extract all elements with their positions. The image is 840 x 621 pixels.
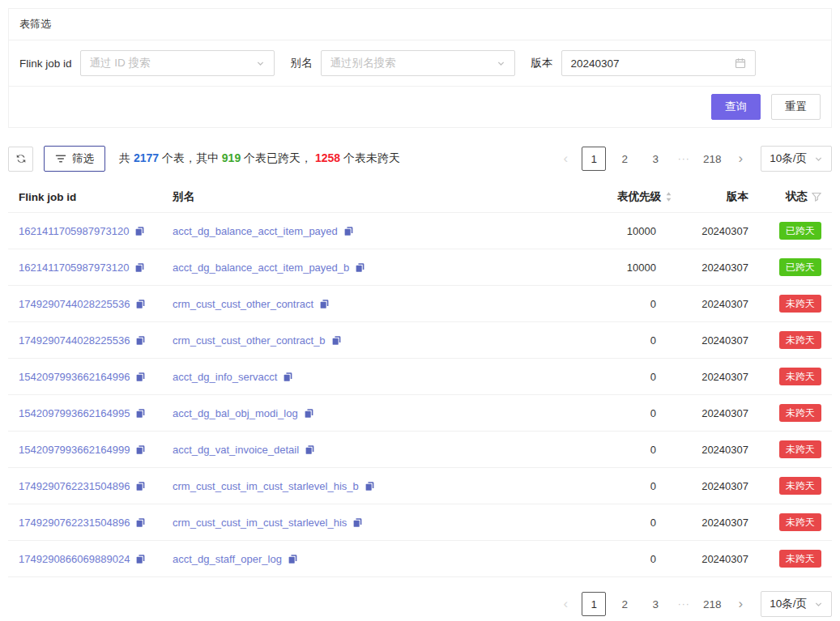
page-ellipsis[interactable]: ··· — [674, 153, 693, 164]
status-cell: 未跨天 — [755, 432, 832, 468]
copy-icon[interactable] — [135, 444, 146, 455]
alias-link[interactable]: crm_cust_cust_im_cust_starlevel_his_b — [173, 480, 359, 492]
copy-icon[interactable] — [134, 262, 145, 273]
status-cell: 未跨天 — [755, 541, 832, 577]
next-page-button[interactable]: › — [731, 147, 750, 171]
filter-actions: 查询 重置 — [9, 87, 831, 127]
job-id-link[interactable]: 1542097993662164996 — [19, 371, 130, 383]
copy-icon[interactable] — [305, 444, 315, 455]
status-cell: 未跨天 — [755, 322, 832, 359]
prev-page-button[interactable]: ‹ — [556, 592, 575, 616]
pagination-top: ‹ 1 2 3 ··· 218 › 10条/页 — [556, 146, 832, 172]
copy-icon[interactable] — [288, 554, 298, 564]
page-button-3[interactable]: 3 — [643, 592, 667, 616]
priority-cell: 0 — [579, 504, 680, 541]
version-value: 20240307 — [571, 57, 620, 70]
copy-icon[interactable] — [304, 408, 314, 419]
reset-button[interactable]: 重置 — [771, 94, 821, 120]
page-button-3[interactable]: 3 — [643, 147, 667, 171]
alias-link[interactable]: acct_dg_balance_acct_item_payed — [173, 225, 338, 237]
copy-icon[interactable] — [135, 517, 146, 528]
copy-icon[interactable] — [135, 481, 146, 491]
job-id-link[interactable]: 1542097993662164999 — [19, 444, 130, 456]
priority-cell: 10000 — [579, 249, 680, 286]
pagination: ‹ 1 2 3 ··· 218 › 10条/页 — [556, 146, 832, 172]
funnel-filter-icon[interactable] — [812, 192, 821, 202]
filter-row: Flink job id 通过 ID 搜索 别名 通过别名搜索 — [9, 40, 831, 87]
job-id-link[interactable]: 1749290866069889024 — [19, 553, 130, 565]
alias-link[interactable]: crm_cust_cust_im_cust_starlevel_his — [173, 517, 347, 529]
copy-icon[interactable] — [283, 372, 293, 382]
alias-link[interactable]: acct_dg_vat_invoice_detail — [173, 444, 299, 456]
alias-cell: crm_cust_cust_im_cust_starlevel_his_b — [166, 468, 579, 504]
job-id-link[interactable]: 1621411705987973120 — [19, 262, 129, 274]
page-button-2[interactable]: 2 — [612, 592, 637, 616]
alias-select[interactable]: 通过别名搜索 — [321, 50, 515, 76]
copy-icon[interactable] — [135, 372, 146, 382]
alias-link[interactable]: acct_dg_balance_acct_item_payed_b — [173, 262, 349, 274]
query-button[interactable]: 查询 — [711, 94, 761, 120]
alias-link[interactable]: acct_dg_bal_obj_modi_log — [173, 407, 298, 419]
copy-icon[interactable] — [135, 408, 146, 419]
version-date-input[interactable]: 20240307 — [561, 50, 756, 76]
alias-cell: acct_dg_vat_invoice_detail — [166, 432, 579, 468]
table-header-row: Flink job id 别名 表优先级 版本 状态 — [8, 181, 832, 213]
alias-field: 别名 通过别名搜索 — [291, 50, 515, 76]
version-cell: 20240307 — [680, 359, 755, 395]
version-field: 版本 20240307 — [531, 50, 756, 76]
column-header-priority[interactable]: 表优先级 — [579, 181, 680, 213]
page-button-last[interactable]: 218 — [700, 147, 724, 171]
page-ellipsis[interactable]: ··· — [674, 598, 693, 610]
pagination-bottom: ‹ 1 2 3 ··· 218 › 10条/页 — [556, 591, 832, 617]
priority-header-label: 表优先级 — [617, 189, 661, 204]
copy-icon[interactable] — [355, 262, 365, 273]
status-badge: 未跨天 — [779, 440, 821, 459]
prev-page-button[interactable]: ‹ — [556, 147, 575, 171]
alias-link[interactable]: crm_cust_cust_other_contract_b — [173, 334, 326, 347]
alias-cell: crm_cust_cust_im_cust_starlevel_his — [166, 504, 579, 541]
next-page-button[interactable]: › — [731, 592, 750, 616]
priority-cell: 0 — [579, 432, 680, 468]
alias-link[interactable]: acct_dg_staff_oper_log — [173, 553, 282, 565]
job-id-link[interactable]: 1749290744028225536 — [19, 334, 130, 347]
status-badge: 已跨天 — [779, 258, 821, 277]
job-id-link[interactable]: 1749290762231504896 — [19, 517, 130, 529]
tables-table: Flink job id 别名 表优先级 版本 状态 1621411705987… — [8, 181, 832, 577]
version-cell: 20240307 — [680, 213, 755, 249]
page-size-select[interactable]: 10条/页 — [761, 591, 832, 617]
chevron-down-icon — [256, 59, 265, 68]
table-row: 1621411705987973120 acct_dg_balance_acct… — [8, 249, 832, 286]
table-row: 1749290762231504896 crm_cust_cust_im_cus… — [8, 468, 832, 504]
sort-icon[interactable] — [665, 191, 672, 202]
alias-link[interactable]: acct_dg_info_servacct — [173, 371, 277, 383]
copy-icon[interactable] — [331, 335, 342, 346]
page-button-1[interactable]: 1 — [582, 592, 606, 616]
column-header-version: 版本 — [680, 181, 755, 213]
page-button-2[interactable]: 2 — [612, 147, 637, 171]
page-button-last[interactable]: 218 — [700, 592, 724, 616]
copy-icon[interactable] — [135, 335, 146, 346]
copy-icon[interactable] — [352, 517, 363, 528]
chevron-down-icon — [497, 59, 505, 68]
copy-icon[interactable] — [343, 226, 354, 236]
filter-button[interactable]: 筛选 — [44, 146, 105, 172]
copy-icon[interactable] — [319, 299, 330, 309]
page-size-select[interactable]: 10条/页 — [761, 146, 832, 172]
job-id-link[interactable]: 1542097993662164995 — [19, 407, 130, 419]
copy-icon[interactable] — [365, 481, 375, 491]
copy-icon[interactable] — [134, 226, 145, 236]
status-badge: 未跨天 — [779, 550, 821, 568]
page-size-value: 10条/页 — [770, 597, 807, 611]
alias-link[interactable]: crm_cust_cust_other_contract — [173, 298, 313, 310]
filter-icon — [55, 153, 66, 164]
flink-job-id-select[interactable]: 通过 ID 搜索 — [80, 50, 275, 76]
copy-icon[interactable] — [135, 554, 146, 564]
page-button-1[interactable]: 1 — [582, 147, 606, 171]
calendar-icon — [735, 57, 746, 69]
job-id-link[interactable]: 1749290744028225536 — [19, 298, 130, 310]
job-id-link[interactable]: 1621411705987973120 — [19, 225, 129, 237]
filter-card-title: 表筛选 — [9, 9, 831, 40]
job-id-link[interactable]: 1749290762231504896 — [19, 480, 130, 492]
refresh-button[interactable] — [8, 147, 33, 172]
copy-icon[interactable] — [135, 299, 146, 309]
